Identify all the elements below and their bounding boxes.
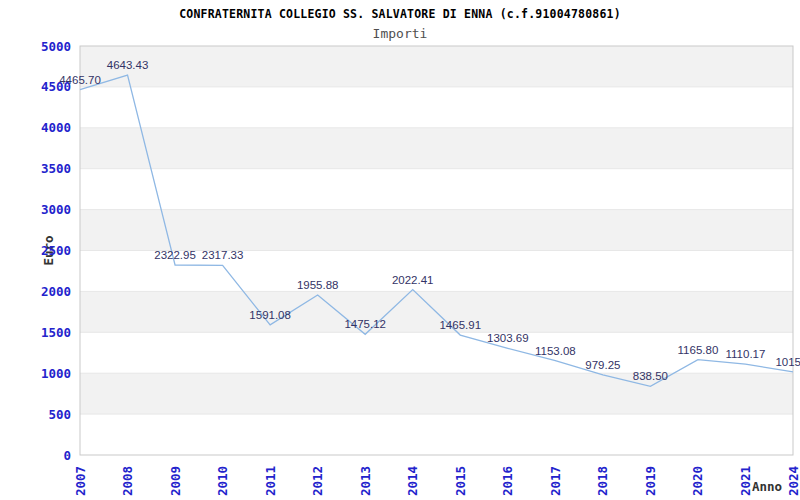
y-tick-label: 1500 — [41, 325, 71, 340]
x-tick-label: 2007 — [73, 466, 88, 496]
grid-band — [80, 210, 793, 251]
point-label: 4643.43 — [107, 59, 149, 71]
x-tick-label: 2009 — [168, 466, 183, 496]
chart-container: CONFRATERNITA COLLEGIO SS. SALVATORE DI … — [0, 0, 800, 500]
x-tick-label: 2019 — [643, 466, 658, 496]
point-label: 1465.91 — [439, 319, 481, 331]
x-tick-label: 2018 — [595, 466, 610, 496]
point-label: 1153.08 — [535, 345, 576, 357]
x-tick-label: 2016 — [500, 466, 515, 496]
point-label: 2322.95 — [154, 249, 196, 261]
point-label: 1110.17 — [726, 348, 766, 360]
grid-band — [80, 373, 793, 414]
y-tick-label: 3000 — [41, 202, 71, 217]
y-tick-label: 5000 — [41, 39, 71, 54]
grid-band — [80, 169, 793, 210]
point-label: 1015.3 — [775, 356, 800, 368]
grid-band — [80, 46, 793, 87]
point-label: 1303.69 — [487, 332, 529, 344]
y-tick-label: 500 — [48, 407, 71, 422]
y-tick-label: 4000 — [41, 120, 71, 135]
x-tick-label: 2015 — [453, 466, 468, 496]
x-tick-label: 2012 — [310, 466, 325, 496]
point-label: 838.50 — [633, 370, 668, 382]
y-tick-label: 0 — [63, 448, 71, 463]
x-tick-label: 2024 — [786, 466, 800, 496]
grid-band — [80, 128, 793, 169]
x-tick-label: 2008 — [120, 466, 135, 496]
point-label: 2022.41 — [392, 274, 434, 286]
point-label: 979.25 — [585, 359, 620, 371]
point-label: 1165.80 — [678, 344, 719, 356]
plot-area: 0500100015002000250030003500400045005000… — [0, 0, 800, 500]
x-tick-label: 2011 — [263, 466, 278, 496]
x-tick-label: 2013 — [358, 466, 373, 496]
x-tick-label: 2020 — [690, 466, 705, 496]
x-tick-label: 2017 — [548, 466, 563, 496]
grid-band — [80, 87, 793, 128]
x-tick-label: 2014 — [405, 466, 420, 496]
y-tick-label: 2500 — [41, 243, 71, 258]
x-tick-label: 2021 — [738, 466, 753, 496]
x-tick-label: 2010 — [215, 466, 230, 496]
y-tick-label: 2000 — [41, 284, 71, 299]
y-tick-label: 3500 — [41, 161, 71, 176]
point-label: 1591.08 — [249, 309, 291, 321]
y-tick-label: 1000 — [41, 366, 71, 381]
point-label: 2317.33 — [202, 249, 244, 261]
point-label: 1475.12 — [344, 318, 386, 330]
point-label: 4465.70 — [59, 74, 101, 86]
point-label: 1955.88 — [297, 279, 339, 291]
grid-band — [80, 414, 793, 455]
